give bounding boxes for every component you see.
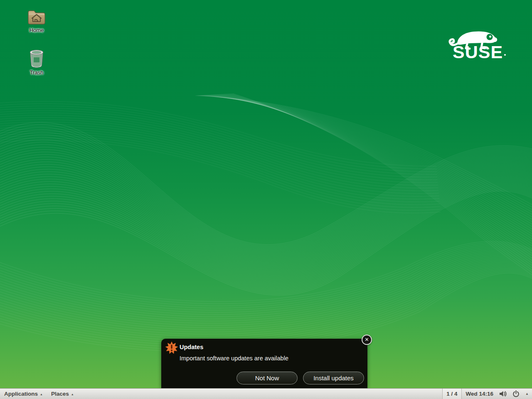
workspace-indicator[interactable]: 1 / 4	[442, 389, 461, 399]
home-folder-icon	[27, 8, 46, 26]
notification-message: Important software updates are available	[180, 355, 288, 362]
power-icon[interactable]	[512, 390, 520, 397]
updates-alert-icon	[165, 341, 178, 355]
menu-arrow-up-icon: ▲	[40, 392, 43, 396]
desktop-icon-home[interactable]: Home	[17, 8, 56, 34]
volume-icon[interactable]	[499, 390, 507, 397]
applications-menu[interactable]: Applications ▲	[0, 389, 47, 399]
places-menu-label: Places	[51, 391, 69, 397]
menu-arrow-up-icon: ▲	[71, 392, 74, 396]
applications-menu-label: Applications	[4, 391, 38, 397]
desktop-icon-trash[interactable]: Trash	[17, 49, 56, 76]
system-tray: ▲	[499, 390, 532, 397]
panel-clock[interactable]: Wed 14:16	[462, 391, 500, 397]
desktop-icon-label: Trash	[30, 69, 44, 76]
update-notification: Updates Important software updates are a…	[161, 339, 367, 388]
bottom-panel: Applications ▲ Places ▲ 1 / 4 Wed 14:16 …	[0, 388, 532, 399]
desktop-icon-label: Home	[30, 27, 44, 33]
close-icon[interactable]: ✕	[362, 335, 372, 345]
suse-logo-text: SUSE	[453, 43, 503, 61]
places-menu[interactable]: Places ▲	[47, 389, 78, 399]
not-now-button[interactable]: Not Now	[236, 372, 298, 384]
suse-logo: SUSE	[446, 28, 510, 62]
install-updates-button[interactable]: Install updates	[303, 372, 364, 384]
suse-logo-trademark-dot	[504, 54, 506, 56]
notification-title: Updates	[180, 344, 203, 350]
trash-can-icon	[29, 49, 44, 68]
notification-actions: Not Now Install updates	[236, 372, 364, 384]
tray-expand-arrow-icon[interactable]: ▲	[525, 392, 529, 396]
